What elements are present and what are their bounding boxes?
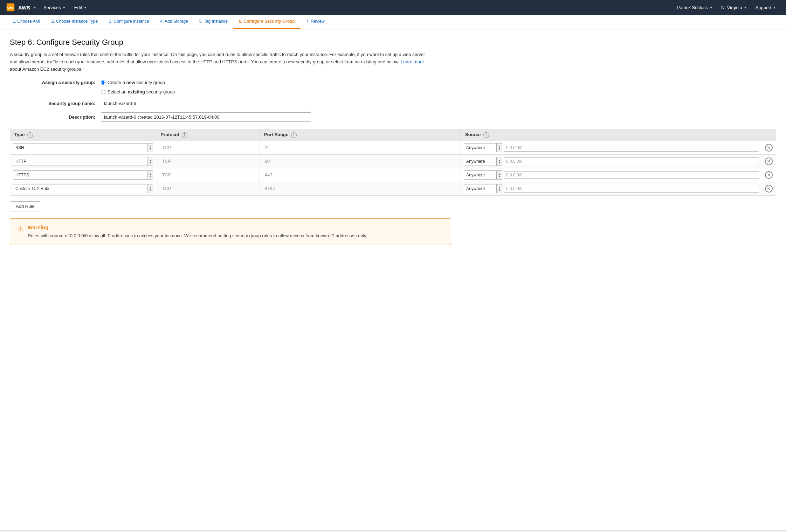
add-rule-button[interactable]: Add Rule — [10, 201, 40, 211]
warning-box: ⚠ Warning Rules with source of 0.0.0.0/0… — [10, 218, 451, 245]
rules-table: Type i Protocol i Port Range i Source i … — [10, 129, 776, 196]
support-menu[interactable]: Support ▼ — [751, 0, 780, 15]
table-row: HTTP ▲ ▼ TCP Anywhere ▲ — [10, 154, 776, 168]
services-dropdown-icon: ▼ — [62, 6, 66, 9]
col-protocol: Protocol i — [156, 129, 260, 141]
type-info-icon[interactable]: i — [27, 132, 33, 138]
aws-dropdown-icon: ▼ — [33, 6, 36, 9]
protocol-cell: TCP — [156, 168, 260, 182]
top-navigation: AWS AWS ▼ Services ▼ Edit ▼ Patrick Schl… — [0, 0, 786, 15]
port-cell — [260, 182, 461, 195]
main-content: Step 6: Configure Security Group A secur… — [0, 29, 786, 530]
type-select-3[interactable]: Custom TCP Rule ▲ ▼ — [13, 184, 153, 193]
sg-name-row: Security group name: — [10, 99, 776, 108]
sg-name-label: Security group name: — [31, 101, 101, 106]
type-cell: HTTPS ▲ ▼ — [10, 168, 156, 182]
aws-logo[interactable]: AWS AWS ▼ — [6, 2, 36, 12]
col-source: Source i — [461, 129, 762, 141]
create-new-radio-option[interactable]: Create a new security group — [101, 80, 165, 85]
protocol-cell: TCP — [156, 182, 260, 195]
col-port-range: Port Range i — [260, 129, 461, 141]
type-select-2[interactable]: HTTPS ▲ ▼ — [13, 170, 153, 180]
port-input-0[interactable] — [263, 144, 458, 151]
remove-button-0[interactable]: ✕ — [765, 144, 773, 152]
page-description: A security group is a set of firewall ru… — [10, 51, 430, 73]
source-cell: Anywhere ▲ ▼ — [461, 168, 762, 182]
protocol-cell: TCP — [156, 154, 260, 168]
type-arrows-0[interactable]: ▲ ▼ — [147, 144, 153, 152]
port-cell — [260, 168, 461, 182]
port-input-1[interactable] — [263, 158, 458, 165]
aws-logo-text: AWS — [18, 5, 30, 10]
col-actions — [762, 129, 776, 141]
tab-add-storage[interactable]: 4. Add Storage — [154, 15, 193, 29]
source-input-3[interactable] — [504, 185, 759, 192]
type-arrows-1[interactable]: ▲ ▼ — [147, 157, 153, 166]
source-cell: Anywhere ▲ ▼ — [461, 141, 762, 154]
remove-button-3[interactable]: ✕ — [765, 185, 773, 192]
description-input[interactable] — [101, 112, 311, 122]
tab-choose-ami[interactable]: 1. Choose AMI — [7, 15, 46, 29]
warning-icon: ⚠ — [17, 225, 23, 233]
port-input-2[interactable] — [263, 171, 458, 178]
protocol-info-icon[interactable]: i — [182, 132, 187, 138]
protocol-cell: TCP — [156, 141, 260, 154]
source-input-0[interactable] — [504, 144, 759, 152]
sg-name-input[interactable] — [101, 99, 311, 108]
table-row: SSH ▲ ▼ TCP Anywhere ▲ — [10, 141, 776, 154]
remove-cell: ✕ — [762, 154, 776, 168]
select-existing-radio-option[interactable]: Select an existing security group — [101, 89, 175, 94]
remove-cell: ✕ — [762, 141, 776, 154]
services-menu[interactable]: Services ▼ — [39, 0, 70, 15]
type-select-0[interactable]: SSH ▲ ▼ — [13, 143, 153, 152]
source-dropdown-0[interactable]: Anywhere ▲ ▼ — [464, 143, 502, 152]
edit-dropdown-icon: ▼ — [83, 6, 87, 9]
type-arrows-2[interactable]: ▲ ▼ — [147, 171, 153, 179]
tab-choose-instance[interactable]: 2. Choose Instance Type — [46, 15, 104, 29]
region-dropdown-icon: ▼ — [744, 6, 747, 9]
type-select-1[interactable]: HTTP ▲ ▼ — [13, 157, 153, 166]
type-cell: SSH ▲ ▼ — [10, 141, 156, 154]
port-range-info-icon[interactable]: i — [291, 132, 297, 138]
tab-configure-security[interactable]: 6. Configure Security Group — [233, 15, 301, 29]
user-dropdown-icon: ▼ — [709, 6, 713, 9]
description-row: Description: — [10, 112, 776, 122]
create-new-radio[interactable] — [101, 80, 105, 85]
remove-cell: ✕ — [762, 182, 776, 195]
select-existing-radio[interactable] — [101, 90, 105, 94]
type-arrows-3[interactable]: ▲ ▼ — [147, 184, 153, 193]
source-dropdown-1[interactable]: Anywhere ▲ ▼ — [464, 157, 502, 166]
tab-review[interactable]: 7. Review — [301, 15, 330, 29]
source-dropdown-2[interactable]: Anywhere ▲ ▼ — [464, 170, 502, 180]
source-info-icon[interactable]: i — [483, 132, 489, 138]
create-new-row: Assign a security group: Create a new se… — [10, 80, 776, 85]
bottom-footer: Cancel Previous Review and Launch — [0, 530, 786, 532]
remove-cell: ✕ — [762, 168, 776, 182]
col-type: Type i — [10, 129, 156, 141]
source-input-1[interactable] — [504, 158, 759, 165]
assign-security-group-section: Assign a security group: Create a new se… — [10, 80, 776, 122]
source-input-2[interactable] — [504, 171, 759, 179]
svg-text:AWS: AWS — [7, 6, 15, 10]
step-tabs: 1. Choose AMI 2. Choose Instance Type 3.… — [0, 15, 786, 29]
tab-tag-instance[interactable]: 5. Tag Instance — [194, 15, 233, 29]
region-menu[interactable]: N. Virginia ▼ — [717, 0, 751, 15]
learn-more-link[interactable]: Learn more — [401, 59, 424, 64]
source-dropdown-3[interactable]: Anywhere ▲ ▼ — [464, 184, 502, 193]
remove-button-1[interactable]: ✕ — [765, 158, 773, 165]
tab-configure-instance[interactable]: 3. Configure Instance — [103, 15, 154, 29]
edit-menu[interactable]: Edit ▼ — [70, 0, 91, 15]
port-cell — [260, 154, 461, 168]
port-cell — [260, 141, 461, 154]
warning-text: Rules with source of 0.0.0.0/0 allow all… — [28, 232, 367, 239]
source-cell: Anywhere ▲ ▼ — [461, 182, 762, 195]
port-input-3[interactable] — [263, 185, 458, 192]
select-existing-row: Select an existing security group — [10, 89, 776, 94]
remove-button-2[interactable]: ✕ — [765, 171, 773, 179]
type-cell: HTTP ▲ ▼ — [10, 154, 156, 168]
source-cell: Anywhere ▲ ▼ — [461, 154, 762, 168]
support-dropdown-icon: ▼ — [773, 6, 776, 9]
assign-label: Assign a security group: — [31, 80, 101, 85]
user-menu[interactable]: Patrick Schloss ▼ — [673, 0, 717, 15]
warning-content: Warning Rules with source of 0.0.0.0/0 a… — [28, 224, 367, 239]
